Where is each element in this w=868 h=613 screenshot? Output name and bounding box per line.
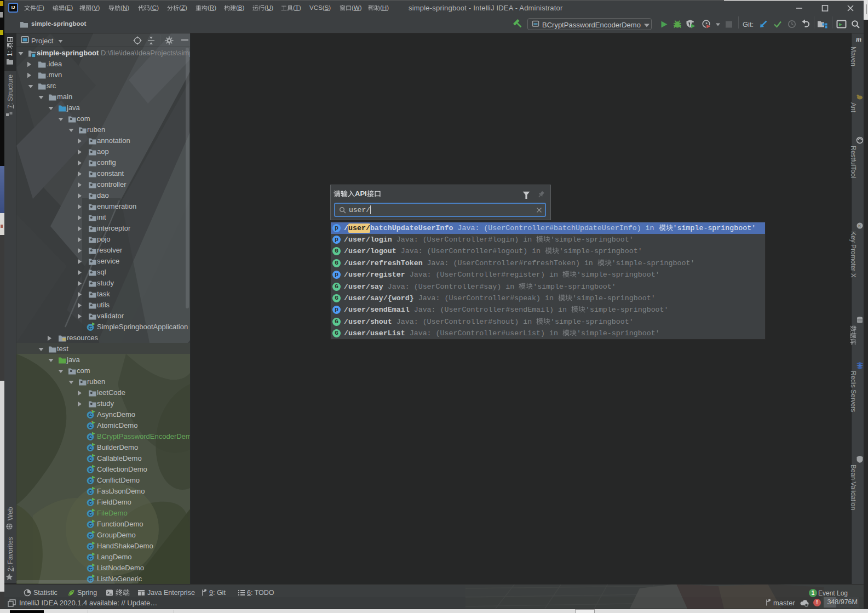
svg-text:C: C — [89, 522, 93, 528]
svg-text:C: C — [89, 543, 93, 549]
svg-text:C: C — [89, 445, 93, 451]
svg-text:C: C — [89, 532, 93, 538]
svg-text:C: C — [89, 511, 93, 517]
svg-text:C: C — [89, 489, 93, 495]
svg-text:C: C — [89, 456, 93, 462]
svg-text:C: C — [89, 412, 93, 418]
svg-text:C: C — [89, 434, 93, 440]
svg-text:C: C — [89, 565, 93, 571]
svg-text:C: C — [89, 554, 93, 560]
svg-text:C: C — [89, 467, 93, 473]
svg-text:C: C — [89, 324, 93, 330]
svg-text:C: C — [89, 478, 93, 484]
svg-text:K: K — [858, 224, 861, 228]
svg-text:C: C — [89, 423, 93, 429]
svg-text:C: C — [89, 500, 93, 506]
